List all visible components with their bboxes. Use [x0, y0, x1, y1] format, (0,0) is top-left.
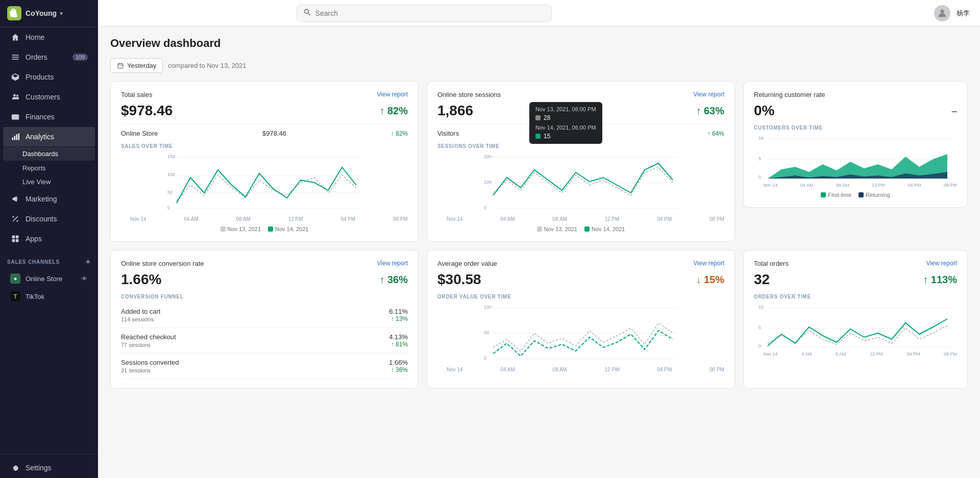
total-orders-chart-section: ORDERS OVER TIME 10 5 0 Nov: [754, 294, 957, 357]
sidebar-item-analytics[interactable]: Analytics: [3, 127, 95, 146]
sidebar-sub-live-view[interactable]: Live View: [0, 175, 98, 189]
funnel-row-0: Added to cart 114 sessions 6.11% ↑ 13%: [121, 303, 408, 328]
avg-order-change: ↓ 15%: [696, 274, 724, 286]
online-sessions-view-report[interactable]: View report: [694, 91, 724, 98]
sidebar-sub-dashboards[interactable]: Dashboards: [3, 147, 95, 161]
right-column: Returning customer rate 0% – CUSTOMERS O…: [743, 81, 968, 242]
channel-online-store[interactable]: ● Online Store 👁: [3, 270, 95, 287]
returning-customer-legend: First-time Returning: [754, 192, 957, 198]
sidebar-item-products[interactable]: Products: [3, 67, 95, 87]
svg-rect-20: [118, 63, 123, 68]
svg-point-19: [940, 9, 944, 13]
total-orders-view-report[interactable]: View report: [926, 260, 957, 267]
svg-point-3: [13, 94, 16, 96]
online-sessions-metric-row: 1,866 ↑ 63%: [437, 103, 724, 119]
sidebar-item-customers[interactable]: Customers: [3, 87, 95, 107]
returning-customer-x-labels: Nov 14 04 AM 08 AM 12 PM 04 PM 08 PM: [754, 183, 957, 188]
avg-order-chart: 100 50 0: [437, 303, 724, 364]
total-sales-sub: Online Store $978.46 ↑ 82%: [121, 124, 408, 137]
products-label: Products: [26, 73, 54, 81]
funnel-change-2: ↑ 36%: [389, 366, 408, 373]
date-btn-label: Yesterday: [127, 62, 156, 69]
finances-label: Finances: [26, 113, 55, 121]
svg-rect-14: [16, 236, 19, 239]
svg-rect-7: [14, 136, 15, 140]
avg-order-card: Average order value View report $30.58 ↓…: [427, 250, 735, 389]
svg-text:200: 200: [484, 154, 492, 159]
sessions-legend: Nov 13, 2021 Nov 14, 2021: [437, 226, 724, 232]
funnel-row-1: Reached checkout 77 sessions 4.13% ↑ 81%: [121, 328, 408, 354]
total-orders-metric-row: 32 ↑ 113%: [754, 271, 957, 288]
conversion-rate-metric-row: 1.66% ↑ 36%: [121, 271, 408, 288]
sidebar-item-home[interactable]: Home: [3, 28, 95, 47]
sidebar-sub-reports[interactable]: Reports: [0, 161, 98, 175]
online-store-settings-icon[interactable]: 👁: [81, 275, 88, 283]
sidebar-bottom: Settings: [0, 454, 98, 478]
total-orders-chart: 10 5 0: [754, 303, 957, 348]
sidebar-item-settings[interactable]: Settings: [3, 458, 95, 477]
total-orders-card: Total orders View report 32 ↑ 113% ORDER…: [743, 250, 968, 389]
conversion-rate-card: Online store conversion rate View report…: [110, 250, 419, 389]
svg-point-17: [304, 9, 308, 13]
sidebar-header[interactable]: CoYoung ▼: [0, 0, 98, 27]
avg-order-metric-row: $30.58 ↓ 15%: [437, 271, 724, 288]
total-sales-change: ↑ 82%: [379, 105, 408, 117]
user-name: 杨李: [957, 9, 970, 18]
returning-customer-value: 0%: [754, 103, 774, 119]
online-sessions-header: Online store sessions View report: [437, 91, 724, 98]
returning-customer-header: Returning customer rate: [754, 91, 957, 98]
total-sales-x-labels: Nov 14 04 AM 08 AM 12 PM 04 PM 08 PM: [121, 216, 408, 222]
visitors-change: ↑ 64%: [707, 130, 724, 137]
channel-tiktok[interactable]: T TikTok: [3, 288, 95, 305]
tiktok-icon: T: [10, 291, 20, 301]
sales-channels-title: SALES CHANNELS +: [0, 249, 98, 269]
funnel-change-0: ↑ 13%: [389, 315, 408, 322]
svg-text:100: 100: [484, 180, 492, 185]
online-sessions-value: 1,866: [437, 103, 473, 119]
returning-customer-card: Returning customer rate 0% – CUSTOMERS O…: [743, 81, 968, 208]
svg-text:5: 5: [758, 325, 761, 330]
conversion-rate-view-report[interactable]: View report: [377, 260, 408, 267]
sidebar-item-apps[interactable]: Apps: [3, 229, 95, 248]
total-sales-header: Total sales View report: [121, 91, 408, 98]
page-header: Overview dashboard: [110, 37, 968, 50]
apps-label: Apps: [26, 235, 42, 243]
dropdown-arrow-icon[interactable]: ▼: [59, 11, 64, 16]
settings-label: Settings: [26, 464, 52, 472]
total-sales-legend: Nov 13, 2021 Nov 14, 2021: [121, 226, 408, 232]
sidebar-item-orders[interactable]: Orders 109: [3, 47, 95, 67]
total-orders-chart-label: ORDERS OVER TIME: [754, 294, 957, 299]
sidebar-item-marketing[interactable]: Marketing: [3, 189, 95, 209]
sidebar: CoYoung ▼ Home Orders 109 Products: [0, 0, 98, 478]
live-view-label: Live View: [22, 178, 51, 186]
conversion-rate-title: Online store conversion rate: [121, 260, 204, 267]
returning-customer-change: –: [951, 105, 957, 117]
svg-text:0: 0: [484, 205, 486, 210]
svg-rect-16: [16, 239, 19, 242]
discounts-label: Discounts: [26, 215, 57, 223]
sidebar-item-finances[interactable]: Finances: [3, 107, 95, 127]
finances-icon: [10, 112, 20, 122]
add-channel-button[interactable]: +: [86, 257, 91, 266]
online-sessions-sub: Visitors 1,781 ↑ 64%: [437, 124, 724, 137]
online-sessions-title: Online store sessions: [437, 91, 501, 98]
sessions-chart-label: SESSIONS OVER TIME: [437, 143, 724, 149]
online-sessions-change: ↑ 63%: [696, 105, 724, 117]
legend-dot-curr: [268, 227, 273, 232]
svg-marker-44: [768, 154, 947, 179]
avg-order-view-report[interactable]: View report: [694, 260, 724, 267]
visitors-label: Visitors: [437, 130, 459, 137]
yesterday-button[interactable]: Yesterday: [110, 58, 163, 73]
orders-badge: 109: [72, 54, 88, 61]
svg-text:0: 0: [167, 205, 170, 210]
svg-rect-13: [12, 236, 15, 239]
sidebar-item-discounts[interactable]: Discounts: [3, 209, 95, 229]
search-input[interactable]: [315, 9, 545, 17]
analytics-label: Analytics: [26, 133, 54, 141]
settings-icon: [10, 463, 20, 473]
search-bar[interactable]: [297, 5, 552, 22]
funnel-label-1: Reached checkout 77 sessions: [121, 333, 176, 348]
total-sales-view-report[interactable]: View report: [377, 91, 408, 98]
svg-point-11: [16, 220, 18, 221]
marketing-icon: [10, 194, 20, 204]
